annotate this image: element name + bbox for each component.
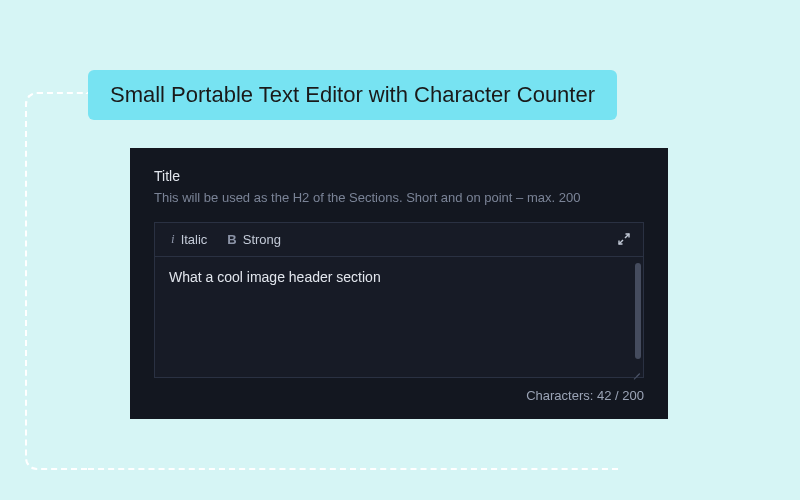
character-counter: Characters: 42 / 200 bbox=[154, 378, 644, 403]
italic-button[interactable]: i Italic bbox=[161, 227, 217, 251]
editor-box: i Italic B Strong What a cool image head… bbox=[154, 222, 644, 378]
section-badge-text: Small Portable Text Editor with Characte… bbox=[110, 82, 595, 107]
strong-button[interactable]: B Strong bbox=[217, 228, 291, 251]
editor-toolbar: i Italic B Strong bbox=[155, 223, 643, 257]
counter-max: 200 bbox=[622, 388, 644, 403]
expand-icon bbox=[618, 233, 630, 245]
editor-content: What a cool image header section bbox=[169, 269, 381, 285]
connector-line bbox=[25, 92, 88, 470]
connector-line-bottom bbox=[88, 468, 618, 470]
field-help-text: This will be used as the H2 of the Secti… bbox=[154, 188, 644, 208]
counter-current: 42 bbox=[597, 388, 611, 403]
editor-card: Title This will be used as the H2 of the… bbox=[130, 148, 668, 419]
scrollbar[interactable] bbox=[635, 263, 641, 359]
italic-icon: i bbox=[171, 231, 175, 247]
counter-separator: / bbox=[611, 388, 622, 403]
section-badge: Small Portable Text Editor with Characte… bbox=[88, 70, 617, 120]
editor-textarea[interactable]: What a cool image header section bbox=[155, 257, 643, 377]
resize-handle[interactable] bbox=[629, 363, 641, 375]
expand-button[interactable] bbox=[611, 226, 637, 252]
strong-label: Strong bbox=[243, 232, 281, 247]
counter-prefix: Characters: bbox=[526, 388, 597, 403]
field-label: Title bbox=[154, 168, 644, 184]
bold-icon: B bbox=[227, 232, 236, 247]
italic-label: Italic bbox=[181, 232, 208, 247]
